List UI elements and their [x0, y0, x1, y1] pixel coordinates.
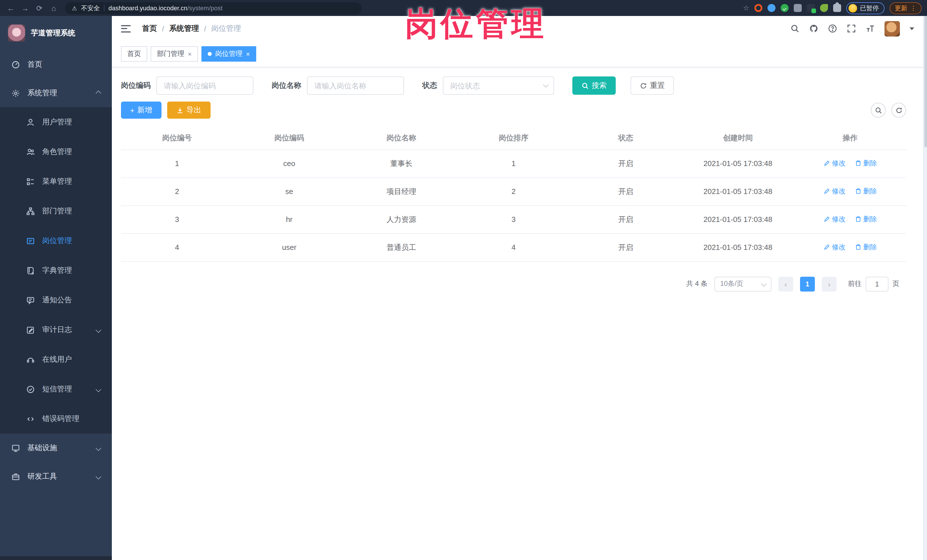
browser-reload-icon[interactable]: ⟳	[34, 2, 44, 14]
cell-post-id: 4	[121, 233, 233, 261]
delete-link[interactable]: 删除	[854, 243, 877, 252]
delete-link[interactable]: 删除	[854, 159, 877, 168]
browser-forward-icon[interactable]: →	[20, 2, 30, 14]
cell-status: 开启	[570, 233, 682, 261]
header-search-icon[interactable]	[790, 24, 799, 33]
browser-home-icon[interactable]: ⌂	[49, 2, 59, 14]
plus-icon: +	[130, 106, 134, 114]
tab-label: 岗位管理	[215, 49, 243, 59]
sidebar-item-audit-log[interactable]: 审计日志	[0, 315, 112, 344]
reset-button[interactable]: 重置	[631, 76, 674, 95]
main-area: 首页 / 系统管理 / 岗位管理 首页 部门管理× 岗位管理×	[112, 16, 923, 560]
sidebar-item-home[interactable]: 首页	[0, 50, 112, 79]
sidebar-item-notice[interactable]: 通知公告	[0, 285, 112, 315]
code-icon	[26, 414, 35, 423]
export-button[interactable]: 导出	[167, 102, 210, 119]
address-divider	[104, 5, 105, 11]
sidebar-item-menu-management[interactable]: 菜单管理	[0, 167, 112, 196]
browser-update-button[interactable]: 更新⋮	[890, 2, 922, 14]
edit-link[interactable]: 修改	[823, 214, 845, 224]
paused-label: 已暂停	[860, 4, 879, 12]
sidebar-item-online-users[interactable]: 在线用户	[0, 344, 112, 374]
window-scrollbar[interactable]	[923, 16, 927, 560]
status-select[interactable]	[443, 76, 554, 95]
table-row: 3 hr 人力资源 3 开启 2021-01-05 17:03:48 修改删除	[121, 205, 906, 233]
help-icon[interactable]	[828, 24, 837, 33]
address-bar[interactable]: ⚠ 不安全 dashboard.yudao.iocoder.cn/system/…	[65, 2, 362, 14]
post-name-input[interactable]	[307, 76, 404, 95]
close-icon[interactable]: ×	[246, 50, 250, 57]
refresh-table-button[interactable]	[891, 103, 906, 118]
sidebar-item-error-code[interactable]: 错误码管理	[0, 404, 112, 434]
table-tools	[871, 103, 906, 118]
tab-home[interactable]: 首页	[121, 46, 147, 62]
next-page-button[interactable]: ›	[822, 276, 837, 291]
close-icon[interactable]: ×	[188, 50, 192, 57]
extension-icon[interactable]	[767, 4, 775, 12]
user-avatar[interactable]	[884, 21, 900, 36]
sidebar-item-post-management[interactable]: 岗位管理	[0, 226, 112, 256]
add-button[interactable]: + 新增	[121, 102, 161, 119]
status-select-input[interactable]	[443, 76, 554, 95]
sidebar-item-dept-management[interactable]: 部门管理	[0, 196, 112, 226]
page-size-select[interactable]: 10条/页	[714, 276, 772, 291]
delete-link[interactable]: 删除	[854, 214, 877, 224]
sidebar-item-user-management[interactable]: 用户管理	[0, 107, 112, 137]
extension-icon[interactable]	[754, 4, 762, 12]
search-button[interactable]: 搜索	[572, 76, 616, 95]
bookmark-star-icon[interactable]: ☆	[743, 4, 749, 12]
toggle-search-button[interactable]	[871, 103, 886, 118]
browser-menu-dots-icon[interactable]: ⋮	[910, 4, 916, 12]
chevron-down-icon	[761, 281, 767, 287]
tab-post-management[interactable]: 岗位管理×	[201, 46, 256, 62]
tab-dept-management[interactable]: 部门管理×	[150, 46, 198, 62]
cell-actions: 修改删除	[794, 149, 906, 178]
sidebar-item-dict-management[interactable]: 字典管理	[0, 256, 112, 285]
cell-created: 2021-01-05 17:03:48	[682, 149, 794, 178]
github-icon[interactable]	[809, 24, 818, 33]
cell-post-name: 人力资源	[345, 205, 457, 233]
cell-created: 2021-01-05 17:03:48	[682, 205, 794, 233]
scrollbar-thumb[interactable]	[924, 16, 927, 147]
extensions-puzzle-icon[interactable]	[833, 4, 841, 12]
extension-icon[interactable]	[807, 4, 815, 12]
cell-actions: 修改删除	[794, 205, 906, 233]
delete-link[interactable]: 删除	[854, 187, 877, 196]
goto-page-input[interactable]	[866, 276, 889, 291]
cell-post-code: ceo	[233, 149, 345, 178]
trash-icon	[854, 216, 862, 223]
breadcrumb-system[interactable]: 系统管理	[169, 23, 199, 34]
prev-page-button[interactable]: ‹	[778, 276, 793, 291]
breadcrumb-home[interactable]: 首页	[142, 23, 157, 34]
extension-icon[interactable]	[820, 4, 828, 12]
query-form: 岗位编码 岗位名称 状态 搜索 重置	[121, 76, 906, 95]
search-button-label: 搜索	[592, 80, 606, 91]
sidebar-toggle-icon[interactable]	[121, 25, 131, 32]
avatar-caret-icon[interactable]	[910, 27, 914, 30]
col-header-status: 状态	[570, 127, 682, 149]
pencil-icon	[823, 160, 830, 167]
dashboard-icon	[11, 60, 20, 69]
post-code-input[interactable]	[157, 76, 253, 95]
edit-link[interactable]: 修改	[823, 159, 845, 168]
page-number-1[interactable]: 1	[800, 276, 815, 291]
cell-post-code: hr	[233, 205, 345, 233]
profile-paused-chip[interactable]: 已暂停	[846, 2, 884, 14]
add-button-label: 新增	[137, 105, 152, 115]
sidebar-item-role-management[interactable]: 角色管理	[0, 137, 112, 167]
sidebar-item-sms-management[interactable]: 短信管理	[0, 374, 112, 404]
search-icon	[874, 106, 882, 114]
sidebar-item-dev-tools[interactable]: 研发工具	[0, 462, 112, 491]
edit-link[interactable]: 修改	[823, 187, 845, 196]
extension-icon[interactable]	[781, 4, 789, 12]
browser-back-icon[interactable]: ←	[6, 2, 16, 14]
font-size-icon[interactable]	[866, 24, 875, 33]
extension-icon[interactable]	[794, 4, 802, 12]
goto-label: 前往	[848, 279, 862, 289]
edit-link[interactable]: 修改	[823, 243, 845, 252]
pencil-icon	[823, 188, 830, 195]
delete-link-label: 删除	[863, 214, 877, 224]
fullscreen-icon[interactable]	[847, 24, 856, 33]
sidebar-item-system-management[interactable]: 系统管理	[0, 79, 112, 107]
sidebar-item-infrastructure[interactable]: 基础设施	[0, 434, 112, 462]
